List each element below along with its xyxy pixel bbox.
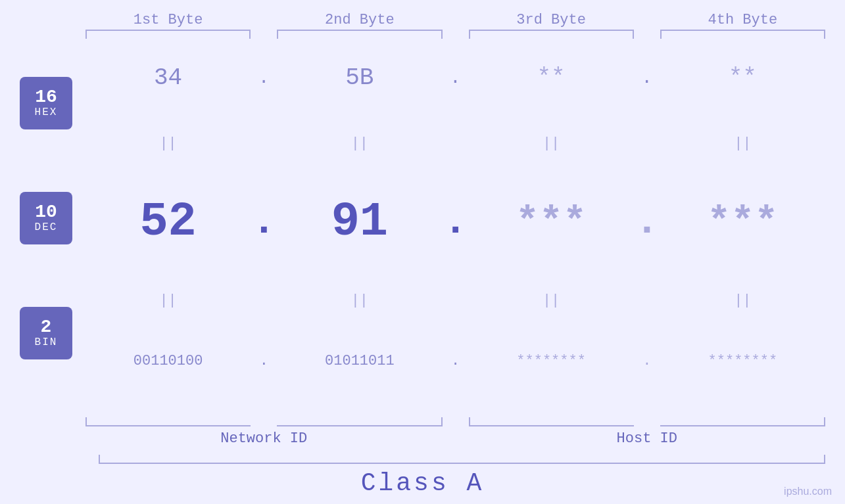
byte-header-1: 1st Byte	[85, 12, 251, 28]
sep-row-2: || || || ||	[85, 292, 825, 309]
hex-dot2: .	[443, 68, 469, 88]
host-id-label: Host ID	[469, 430, 826, 447]
network-id-label: Network ID	[85, 430, 443, 447]
dec-byte3: ***	[469, 200, 634, 244]
bin-badge: 2 BIN	[20, 307, 72, 359]
dec-dot1: .	[251, 198, 277, 245]
hex-byte4: **	[660, 64, 825, 91]
main-container: 1st Byte 2nd Byte 3rd Byte 4th Byte 16 H…	[0, 0, 845, 504]
hex-byte1: 34	[85, 64, 251, 91]
dec-byte4: ***	[660, 200, 825, 244]
dec-byte2: 91	[277, 195, 442, 249]
bin-byte2: 01011011	[277, 353, 442, 369]
hex-byte2: 5B	[277, 64, 442, 91]
class-a-label: Class A	[0, 469, 845, 497]
bin-byte3: ********	[469, 353, 634, 369]
bin-dot3: .	[634, 353, 660, 369]
hex-badge: 16 HEX	[20, 77, 72, 129]
hex-row: 34 . 5B . ** . **	[85, 64, 825, 91]
watermark: ipshu.com	[784, 486, 832, 497]
bin-row: 00110100 . 01011011 . ******** . *******…	[85, 353, 825, 369]
dec-badge: 10 DEC	[20, 192, 72, 244]
byte-header-3: 3rd Byte	[469, 12, 634, 28]
hex-byte3: **	[469, 64, 634, 91]
byte-header-2: 2nd Byte	[277, 12, 442, 28]
hex-dot1: .	[251, 68, 277, 88]
bin-byte1: 00110100	[85, 353, 251, 369]
bin-dot2: .	[443, 353, 469, 369]
dec-dot3: .	[634, 198, 660, 245]
bin-dot1: .	[251, 353, 277, 369]
class-bracket	[99, 455, 825, 464]
dec-byte1: 52	[85, 195, 251, 249]
sep-row-1: || || || ||	[85, 135, 825, 152]
hex-dot3: .	[634, 68, 660, 88]
dec-dot2: .	[443, 198, 469, 245]
byte-header-4: 4th Byte	[660, 12, 825, 28]
dec-row: 52 . 91 . *** . ***	[85, 195, 825, 249]
bin-byte4: ********	[660, 353, 825, 369]
